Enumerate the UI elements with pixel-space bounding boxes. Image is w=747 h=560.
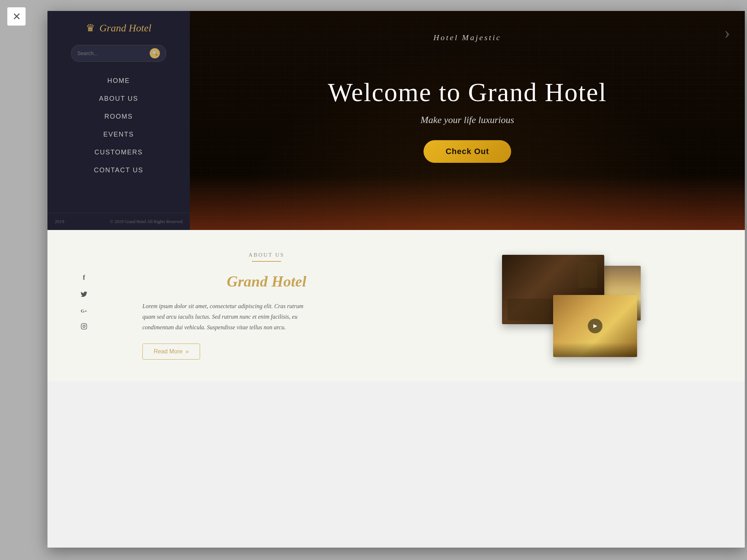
about-section-label: ABOUT US	[142, 252, 391, 258]
sidebar-nav: HOME ABOUT US ROOMS EVENTS CUSTOMERS CON…	[47, 73, 190, 213]
hero-subtitle: Make your life luxurious	[328, 115, 607, 126]
svg-point-5	[85, 325, 86, 325]
about-divider	[252, 261, 281, 262]
search-bar: 🔍	[71, 45, 166, 62]
read-more-arrow: »	[185, 348, 189, 355]
about-section: f G+ ABOUT US Grand Hotel Lorem ipsum do…	[47, 230, 745, 381]
hotel-sign-label: Hotel Majestic	[433, 33, 501, 42]
about-hotel-name: Grand Hotel	[142, 273, 391, 290]
about-body-text: Lorem ipsum dolor sit amet, consectetur …	[142, 301, 318, 333]
website-container: ♛ Grand Hotel 🔍 HOME ABOUT US ROOMS EVEN…	[47, 11, 745, 548]
sidebar-footer: 2019 © 2019 Grand Hotel All Rights Reser…	[47, 213, 190, 230]
about-facebook-icon[interactable]: f	[83, 274, 85, 281]
search-input[interactable]	[77, 50, 150, 56]
read-more-button[interactable]: Read More »	[142, 344, 200, 360]
nav-item-rooms[interactable]: ROOMS	[47, 108, 190, 125]
nav-item-customers[interactable]: CUSTOMERS	[47, 144, 190, 161]
crown-icon: ♛	[86, 22, 95, 34]
about-google-plus-icon[interactable]: G+	[81, 308, 87, 314]
about-images: ▶	[413, 252, 745, 360]
svg-rect-3	[81, 324, 87, 329]
nav-item-about[interactable]: ABOUT US	[47, 91, 190, 107]
about-instagram-icon[interactable]	[81, 323, 87, 331]
sidebar-header: ♛ Grand Hotel	[47, 11, 190, 41]
hotel-lobby-image: ▶	[553, 295, 637, 357]
footer-year: 2019	[55, 219, 64, 225]
play-button-overlay[interactable]: ▶	[588, 319, 602, 333]
svg-point-4	[83, 325, 85, 327]
nav-item-events[interactable]: EVENTS	[47, 126, 190, 143]
checkout-button[interactable]: Check Out	[424, 140, 511, 163]
image-stack: ▶	[502, 255, 641, 357]
read-more-label: Read More	[154, 348, 183, 355]
sidebar-menu: ♛ Grand Hotel 🔍 HOME ABOUT US ROOMS EVEN…	[47, 11, 190, 230]
brand-name: Grand Hotel	[99, 22, 151, 34]
hero-section: Hotel Majestic › Welcome to Grand Hotel …	[190, 11, 745, 230]
hero-content: Welcome to Grand Hotel Make your life lu…	[321, 71, 614, 170]
about-twitter-icon[interactable]	[81, 291, 87, 299]
hero-title: Welcome to Grand Hotel	[328, 78, 607, 107]
search-button[interactable]: 🔍	[150, 48, 160, 58]
nav-item-home[interactable]: HOME	[47, 73, 190, 89]
nav-item-contact[interactable]: CONTACT US	[47, 162, 190, 179]
about-content: ABOUT US Grand Hotel Lorem ipsum dolor s…	[120, 252, 413, 360]
footer-copyright: © 2019 Grand Hotel All Rights Reserved	[110, 219, 183, 225]
close-button[interactable]: ✕	[7, 7, 26, 26]
about-social-bar: f G+	[47, 252, 120, 360]
